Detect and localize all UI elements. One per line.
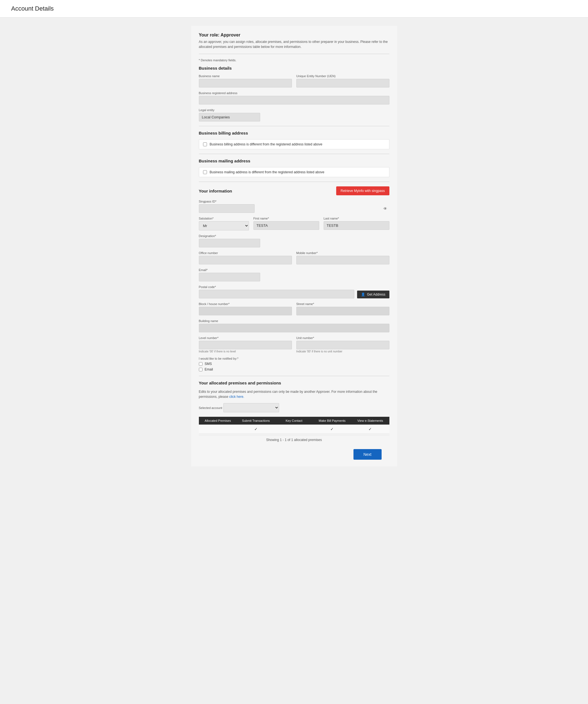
last-name-input[interactable] xyxy=(324,221,390,230)
email-notification-item: Email xyxy=(199,367,390,371)
click-here-link[interactable]: click here. xyxy=(229,395,244,399)
billing-address-title: Business billing address xyxy=(199,131,390,135)
first-name-input[interactable] xyxy=(253,221,319,230)
uen-input[interactable] xyxy=(296,79,390,87)
mandatory-note: * Denotes mandatory fields. xyxy=(199,59,390,62)
business-name-input[interactable] xyxy=(199,79,292,87)
submit-transactions-check: ✓ xyxy=(254,427,258,431)
block-house-input[interactable] xyxy=(199,307,292,315)
allocated-description: Edits to your allocated premises and per… xyxy=(199,389,390,399)
selected-account-group: Selected account xyxy=(199,403,390,412)
street-name-input[interactable] xyxy=(296,307,390,315)
level-number-label: Level number* xyxy=(199,336,292,340)
uen-label: Unique Entity Number (UEN) xyxy=(296,74,390,78)
col-key-contact: Key Contact xyxy=(275,419,313,422)
level-number-group: Level number* Indicate '00' if there is … xyxy=(199,336,292,353)
unit-number-input[interactable] xyxy=(296,341,390,349)
postal-code-label: Postal code* xyxy=(199,285,390,289)
mobile-number-input[interactable] xyxy=(296,256,390,265)
singpass-wrapper: 👁 xyxy=(199,204,390,213)
email-group: Email* xyxy=(199,268,260,281)
make-bill-payments-check: ✓ xyxy=(330,427,334,431)
sms-checkbox[interactable] xyxy=(199,362,202,366)
singpass-id-input[interactable] xyxy=(199,204,254,213)
building-name-input[interactable] xyxy=(199,324,390,332)
next-btn-row: Next xyxy=(199,445,390,460)
level-number-input[interactable] xyxy=(199,341,292,349)
notify-section: I would like to be notified by:* SMS Ema… xyxy=(199,357,390,371)
block-house-label: Block / house number* xyxy=(199,302,292,306)
role-section: Your role: Approver As an approver, you … xyxy=(191,26,397,466)
email-notify-label[interactable]: Email xyxy=(205,367,213,371)
divider-3 xyxy=(199,154,390,154)
postal-code-input[interactable] xyxy=(199,290,355,298)
next-button[interactable]: Next xyxy=(353,449,381,460)
get-address-button[interactable]: 👤 Get Address xyxy=(357,291,389,298)
business-name-label: Business name xyxy=(199,74,292,78)
office-number-input[interactable] xyxy=(199,256,292,265)
role-description: As an approver, you can assign roles, al… xyxy=(199,39,390,49)
salutation-select[interactable]: Mr Mrs Ms Dr xyxy=(199,221,249,230)
table-header-row: Allocated Premises Submit Transactions K… xyxy=(199,417,390,424)
mobile-number-group: Mobile number* xyxy=(296,251,390,265)
first-name-label: First name* xyxy=(253,217,319,220)
divider-4 xyxy=(199,182,390,182)
registered-address-row: Business registered address xyxy=(199,92,390,105)
unit-number-group: Unit number* Indicate '00' if there is n… xyxy=(296,336,390,353)
building-name-label: Building name xyxy=(199,319,390,322)
block-house-group: Block / house number* xyxy=(199,302,292,315)
eye-icon[interactable]: 👁 xyxy=(383,207,387,211)
page-header: Account Details xyxy=(0,0,588,17)
selected-account-select[interactable] xyxy=(223,403,279,412)
cell-submit-transactions: ✓ xyxy=(237,427,275,431)
salutation-group: Salutation* Mr Mrs Ms Dr xyxy=(199,217,249,230)
legal-entity-group: Legal entity xyxy=(199,108,260,121)
postal-input-row: 👤 Get Address xyxy=(199,290,390,298)
salutation-name-row: Salutation* Mr Mrs Ms Dr First name* Las… xyxy=(199,217,390,230)
business-name-uen-row: Business name Unique Entity Number (UEN) xyxy=(199,74,390,87)
office-number-group: Office number xyxy=(199,251,292,265)
notify-label: I would like to be notified by:* xyxy=(199,357,390,360)
col-view-estatements: View e-Statements xyxy=(351,419,390,422)
designation-label: Designation* xyxy=(199,234,260,238)
sms-notification-item: SMS xyxy=(199,362,390,366)
main-content: Your role: Approver As an approver, you … xyxy=(185,17,403,490)
registered-address-input[interactable] xyxy=(199,96,390,105)
uen-group: Unique Entity Number (UEN) xyxy=(296,74,390,87)
mailing-address-checkbox[interactable] xyxy=(203,170,207,174)
legal-entity-label: Legal entity xyxy=(199,108,260,112)
divider xyxy=(199,54,390,54)
street-name-label: Street name* xyxy=(296,302,390,306)
cell-view-estatements: ✓ xyxy=(351,427,390,431)
showing-text: Showing 1 - 1 of 1 allocated premises xyxy=(199,435,390,445)
col-submit-transactions: Submit Transactions xyxy=(237,419,275,422)
billing-address-checkbox[interactable] xyxy=(203,142,207,146)
billing-address-checkbox-row: Business billing address is different fr… xyxy=(199,139,390,149)
email-notify-checkbox[interactable] xyxy=(199,368,202,371)
billing-address-checkbox-label[interactable]: Business billing address is different fr… xyxy=(210,142,322,146)
email-input[interactable] xyxy=(199,273,260,281)
allocated-title: Your allocated premises and permissions xyxy=(199,380,390,385)
registered-address-label: Business registered address xyxy=(199,92,390,95)
designation-input[interactable] xyxy=(199,239,260,247)
block-street-row: Block / house number* Street name* xyxy=(199,302,390,315)
sms-label[interactable]: SMS xyxy=(205,362,212,366)
table-row: ✓ ✓ ✓ xyxy=(199,424,390,434)
role-title: Your role: Approver xyxy=(199,33,390,38)
postal-row: Postal code* 👤 Get Address xyxy=(199,285,390,298)
singpass-group: Singpass ID* 👁 xyxy=(199,200,390,213)
business-name-group: Business name xyxy=(199,74,292,87)
view-estatements-check: ✓ xyxy=(368,427,372,431)
first-name-group: First name* xyxy=(253,217,319,230)
mailing-address-checkbox-label[interactable]: Business mailing address is different fr… xyxy=(210,170,325,174)
legal-entity-row: Legal entity xyxy=(199,108,390,121)
singpass-id-label: Singpass ID* xyxy=(199,200,390,203)
page-title: Account Details xyxy=(11,5,577,12)
retrieve-myinfo-button[interactable]: Retrieve Myinfo with singpass xyxy=(336,186,390,195)
unit-number-label: Unit number* xyxy=(296,336,390,340)
col-make-bill-payments: Make Bill Payments xyxy=(313,419,351,422)
business-details-title: Business details xyxy=(199,66,390,70)
street-name-group: Street name* xyxy=(296,302,390,315)
selected-account-label: Selected account xyxy=(199,406,222,410)
legal-entity-input[interactable] xyxy=(199,113,260,121)
